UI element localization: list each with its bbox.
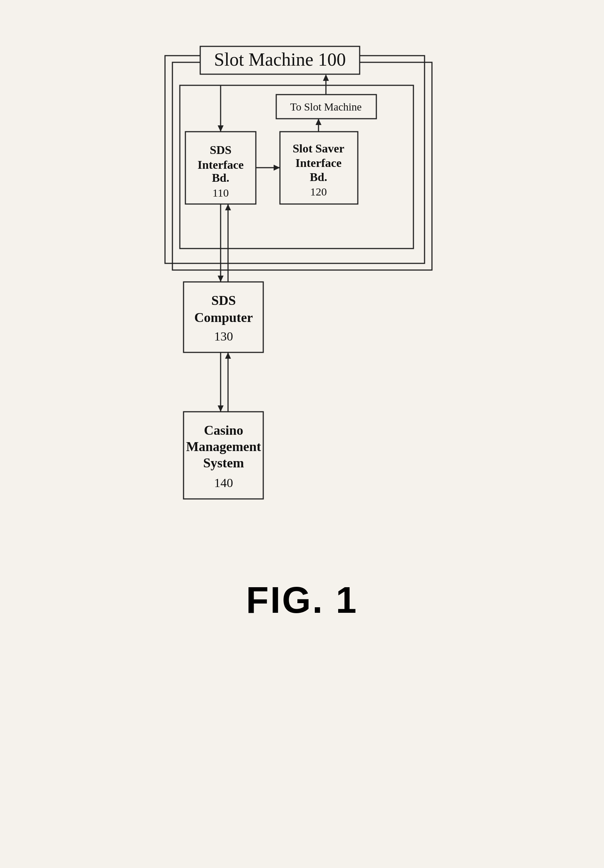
casino-mgmt-label-line3: System xyxy=(203,456,244,470)
to-slot-machine-label: To Slot Machine xyxy=(290,101,361,113)
outer-to-sds-arrowhead xyxy=(218,126,224,132)
slot-saver-label-line3: Bd. xyxy=(310,170,327,184)
sds-interface-label-line2: Interface xyxy=(197,158,243,171)
slot-machine-title: Slot Machine 100 xyxy=(214,49,346,70)
sds-interface-to-computer-arrowhead-down xyxy=(218,276,224,282)
computer-to-casino-arrowhead-down xyxy=(218,405,224,412)
sds-computer-label-line1: SDS xyxy=(211,293,235,308)
sds-computer-label-line2: Computer xyxy=(194,310,253,325)
slotsaver-to-toslotmachine-arrowhead xyxy=(316,119,322,125)
diagram-svg: Slot Machine 100 To Slot Machine SDS Int… xyxy=(143,22,462,549)
to-slot-machine-arrowhead xyxy=(323,74,329,81)
computer-to-sds-interface-arrowhead-up xyxy=(225,204,231,210)
casino-mgmt-label-line1: Casino xyxy=(204,423,243,438)
fig-label: FIG. 1 xyxy=(246,579,358,622)
casino-mgmt-number: 140 xyxy=(214,476,233,490)
slot-saver-label-line1: Slot Saver xyxy=(293,142,344,155)
sds-to-slotsaver-arrowhead xyxy=(274,165,280,170)
casino-mgmt-label-line2: Management xyxy=(186,439,261,454)
sds-computer-number: 130 xyxy=(214,329,233,343)
sds-interface-number: 110 xyxy=(212,187,229,199)
casino-to-computer-arrowhead-up xyxy=(225,352,231,359)
slot-saver-label-line2: Interface xyxy=(295,156,341,169)
page: Slot Machine 100 To Slot Machine SDS Int… xyxy=(0,0,604,868)
slot-saver-number: 120 xyxy=(310,186,327,198)
sds-interface-label-line1: SDS xyxy=(209,143,231,157)
sds-interface-label-line3: Bd. xyxy=(212,171,229,184)
